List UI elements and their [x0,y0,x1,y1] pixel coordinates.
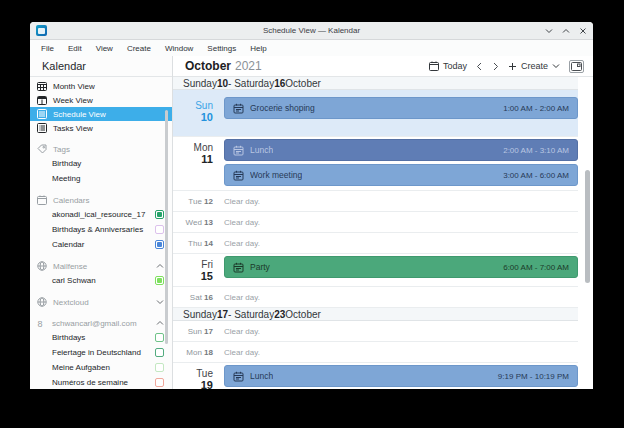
week-header-text: 17 [217,309,228,320]
chevron-up-icon[interactable] [156,320,164,326]
sidebar-view-tasks-view[interactable]: Tasks View [30,121,172,135]
week-header-text: October [285,309,321,320]
sidebar-section-schwancarl-gmail-com[interactable]: 8schwancarl@gmail.com [30,316,172,330]
day-row-wed-13[interactable]: Wed 13Clear day. [173,212,578,233]
day-row-thu-14[interactable]: Thu 14Clear day. [173,233,578,254]
calendar-checkbox[interactable] [155,363,164,372]
date-panel-toggle-button[interactable] [569,60,584,73]
event-title: Lunch [250,145,273,155]
menu-settings[interactable]: Settings [200,44,243,53]
sidebar-scrollbar[interactable] [165,110,168,344]
sidebar-item-birthdays-anniversaries[interactable]: Birthdays & Anniversaries [30,222,172,237]
week-header-text: Sunday [183,309,217,320]
checkbox-box [155,333,164,342]
sidebar-section-tags[interactable]: Tags [30,142,172,156]
chevron-down-icon[interactable] [156,299,164,305]
sidebar-item-num-ros-de-semaine[interactable]: Numéros de semaine [30,375,172,389]
day-events: Grocerie shoping1:00 AM - 2:00 AM [220,97,578,123]
sidebar-item-birthday[interactable]: Birthday [30,156,172,171]
chevron-up-icon[interactable] [156,263,164,269]
day-name: Thu [188,239,202,248]
window-title: Schedule View — Kalendar [30,26,593,35]
menu-window[interactable]: Window [158,44,200,53]
event-lunch[interactable]: Lunch2:00 AM - 3:10 AM [224,139,578,161]
schedule-content: Sunday 10 - Saturday 16 OctoberSun10Groc… [173,77,593,389]
menu-create[interactable]: Create [120,44,158,53]
sidebar-item-label: Numéros de semaine [52,378,128,387]
sidebar-view-schedule-view[interactable]: Schedule View [30,107,172,121]
toolbar-year: 2021 [235,59,262,73]
toolbar-month: October [185,59,231,73]
sidebar-section-nextcloud[interactable]: Nextcloud [30,295,172,309]
week-header-text: - Saturday [228,309,274,320]
clear-day-text: Clear day. [220,327,578,336]
today-button-label: Today [443,61,467,71]
event-lunch[interactable]: Lunch9:19 PM - 10:19 PM [224,365,578,387]
sidebar-item-meeting[interactable]: Meeting [30,171,172,186]
calendar-checkbox[interactable] [155,240,164,249]
day-label: Sat 16 [173,293,220,302]
week-header-text: 23 [274,309,285,320]
sidebar-section-label: Calendars [53,196,89,205]
day-row-sun-17[interactable]: Sun 17Clear day. [173,321,578,342]
event-party[interactable]: Party6:00 AM - 7:00 AM [224,256,578,278]
calendar-checkbox[interactable] [155,378,164,387]
titlebar-minimize-button[interactable] [545,28,553,34]
next-period-button[interactable] [492,62,499,71]
day-number: 18 [204,348,213,357]
previous-period-button[interactable] [476,62,483,71]
day-events: Lunch2:00 AM - 3:10 AMWork meeting3:00 A… [220,139,578,186]
sidebar-item-akonadi-ical-resource-17[interactable]: akonadi_ical_resource_17 [30,207,172,222]
day-row-tue-12[interactable]: Tue 12Clear day. [173,191,578,212]
sidebar-item-label: Birthdays & Anniversaries [52,225,143,234]
week-header-text: 16 [274,78,285,89]
event-work-meeting[interactable]: Work meeting3:00 AM - 6:00 AM [224,164,578,186]
day-row-sat-16[interactable]: Sat 16Clear day. [173,287,578,308]
calendar-checkbox[interactable] [155,333,164,342]
day-row-mon-18[interactable]: Mon 18Clear day. [173,342,578,363]
menu-edit[interactable]: Edit [61,44,89,53]
schedule-view-icon [37,109,47,119]
event-grocerie-shoping[interactable]: Grocerie shoping1:00 AM - 2:00 AM [224,97,578,119]
sidebar-view-month-view[interactable]: Month View [30,79,172,93]
day-number: 15 [173,270,213,282]
sidebar-section-mailfense[interactable]: Mailfense [30,259,172,273]
date-panel-icon [571,62,582,71]
sidebar-item-carl-schwan[interactable]: carl Schwan [30,273,172,288]
event-title: Grocerie shoping [250,103,315,113]
today-button[interactable]: Today [429,61,467,71]
sidebar-view-label: Tasks View [53,124,93,133]
sidebar-item-calendar[interactable]: Calendar [30,237,172,252]
create-button[interactable]: Create [508,61,560,71]
sidebar-section-calendars[interactable]: Calendars [30,193,172,207]
day-number: 12 [204,197,213,206]
sidebar-section-label: schwancarl@gmail.com [52,319,137,328]
event-time: 3:00 AM - 6:00 AM [495,171,569,180]
sidebar-section-label: Tags [53,145,70,154]
titlebar-close-button[interactable] [579,27,587,35]
menu-file[interactable]: File [34,44,61,53]
sidebar-item-birthdays[interactable]: Birthdays [30,330,172,345]
titlebar[interactable]: Schedule View — Kalendar [30,22,593,40]
main-scrollbar[interactable] [585,170,590,283]
sidebar-item-label: Birthday [52,159,81,168]
checkbox-box [155,363,164,372]
checkbox-box [155,240,164,249]
sidebar-item-feiertage-in-deutschland[interactable]: Feiertage in Deutschland [30,345,172,360]
calendar-checkbox[interactable] [155,210,164,219]
titlebar-maximize-button[interactable] [562,28,570,34]
day-number: 14 [204,239,213,248]
sidebar-item-meine-aufgaben[interactable]: Meine Aufgaben [30,360,172,375]
menu-view[interactable]: View [89,44,120,53]
day-name: Fri [173,259,213,270]
day-label: Wed 13 [173,218,220,227]
calendar-checkbox[interactable] [155,276,164,285]
menu-help[interactable]: Help [243,44,273,53]
sidebar-view-week-view[interactable]: Week View [30,93,172,107]
event-calendar-icon [233,103,244,114]
calendar-checkbox[interactable] [155,225,164,234]
calendar-checkbox[interactable] [155,348,164,357]
day-name: Sun [188,327,202,336]
day-number: 10 [173,111,213,123]
plus-icon [508,62,517,71]
